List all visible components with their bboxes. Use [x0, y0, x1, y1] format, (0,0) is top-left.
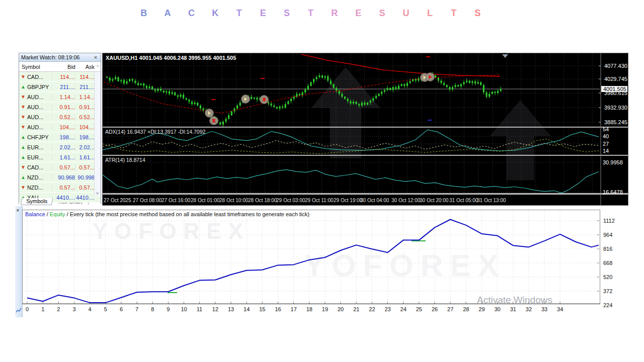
balance-chart-svg[interactable] — [22, 210, 600, 304]
table-row[interactable]: ▲EUR...1.61...1.61... — [19, 152, 101, 162]
time-axis-label: 29 Oct 03:00 — [276, 198, 305, 203]
table-row[interactable]: ▲GBPJPY211....211.... — [19, 82, 101, 92]
symbol-cell: ▼NZD... — [19, 185, 52, 191]
close-icon[interactable]: × — [93, 54, 99, 60]
atr-axis-label: 30.9958 — [603, 159, 623, 165]
ask-cell: 0.57... — [75, 164, 95, 170]
symbol-label: CAD... — [27, 74, 43, 80]
legend-balance: Balance — [25, 211, 45, 217]
balance-x-label: 13 — [228, 306, 234, 312]
balance-x-label: 33 — [541, 306, 547, 312]
tab-symbols[interactable]: Symbols — [21, 198, 53, 205]
title-letter: T — [227, 8, 251, 19]
time-axis-label: 30 Oct 12:00 — [391, 198, 421, 203]
bid-cell: 0.52... — [52, 114, 75, 120]
scroll-down-icon[interactable]: v — [95, 191, 100, 196]
column-header-bid[interactable]: Bid — [53, 64, 75, 70]
time-axis-label: 28 Oct 01:00 — [191, 198, 220, 203]
time-axis: 27 Oct 202527 Oct 08:0027 Oct 16:0028 Oc… — [104, 198, 506, 203]
balance-x-label: 6 — [120, 306, 123, 312]
up-arrow-icon: ▲ — [21, 155, 26, 160]
table-row[interactable]: ▼CAD...114....114.... — [19, 72, 101, 82]
scrollbar[interactable]: v — [94, 72, 101, 196]
up-arrow-icon: ▲ — [21, 175, 26, 180]
up-arrow-icon: ▲ — [21, 145, 26, 150]
price-axis-label: 3885.245 — [604, 119, 627, 125]
table-row[interactable]: ▼NZD...0.57...0.57... — [19, 183, 101, 193]
table-row[interactable]: ▼AUD...1.14...1.14... — [19, 92, 101, 102]
symbol-cell: ▲GBPJPY — [19, 84, 52, 90]
price-chart-panel[interactable]: 4077.4304029.7453980.6153932.9303885.245… — [102, 53, 628, 206]
adx-axis-label: 14 — [603, 148, 609, 154]
adx-label: ADX(14) 16.9437 +DI:13.3917 -DI:14.7092 — [105, 129, 206, 135]
bid-cell: 114.... — [52, 74, 75, 80]
table-row[interactable]: ▲NZD...90.96890.998 — [19, 172, 101, 183]
time-axis-label: 31 Oct 05:00 — [449, 198, 478, 203]
close-icon[interactable]: × — [16, 207, 19, 213]
chart-icon[interactable] — [16, 307, 22, 313]
table-row[interactable]: ▲EUR...2.02...2.02... — [19, 142, 101, 152]
balance-x-label: 21 — [353, 306, 359, 312]
bid-cell: 1.14... — [52, 94, 75, 100]
ask-cell: 4410.... — [75, 195, 95, 201]
ask-cell: 1.14... — [75, 94, 95, 100]
table-row[interactable]: ▼AUD...104....104.... — [19, 122, 101, 132]
market-watch-header: Symbol Bid Ask ^ — [19, 62, 101, 72]
symbol-label: AUD... — [27, 114, 43, 120]
balance-x-label: 14 — [244, 306, 250, 312]
balance-chart-panel: YOFOREX YOFOREX Balance / Equity / Every… — [22, 210, 600, 304]
scroll-up-icon[interactable]: ^ — [95, 64, 101, 69]
bid-cell: 198.... — [52, 134, 75, 140]
symbol-cell: ▼AUD... — [19, 94, 52, 100]
ask-cell: 114.... — [75, 74, 95, 80]
legend-equity: Equity — [50, 211, 65, 217]
symbol-cell: ▼AUD... — [19, 104, 52, 110]
table-row[interactable]: ▼AUD...0.52...0.52... — [19, 112, 101, 122]
table-row[interactable]: ▲CHFJPY198....198.... — [19, 132, 101, 142]
balance-x-label: 12 — [212, 306, 218, 312]
title-letter: E — [251, 8, 275, 19]
legend-method: Every tick (the most precise method base… — [70, 211, 309, 217]
down-arrow-icon: ▼ — [21, 95, 26, 100]
time-axis-label: 30 Oct 04:00 — [360, 198, 389, 203]
balance-grid — [23, 211, 599, 303]
balance-y-label: 520 — [603, 274, 612, 280]
time-axis-label: 31 Oct 13:00 — [477, 198, 506, 203]
balance-x-label: 8 — [151, 306, 154, 312]
up-arrow-icon: ▲ — [21, 84, 26, 89]
title-letter: T — [299, 8, 323, 19]
table-row[interactable]: ▼AUD...0.91...0.91... — [19, 102, 101, 112]
ask-cell: 211.... — [75, 84, 95, 90]
down-arrow-icon: ▼ — [21, 115, 26, 120]
balance-x-label: 23 — [384, 306, 390, 312]
time-axis-label: 28 Oct 10:00 — [219, 198, 249, 203]
symbol-label: CAD... — [27, 164, 43, 170]
title-letter: K — [203, 8, 227, 19]
column-header-symbol[interactable]: Symbol — [19, 64, 53, 70]
price-chart-svg[interactable]: 4077.4304029.7453980.6153932.9303885.245… — [103, 53, 628, 205]
bid-cell: 90.968 — [52, 174, 75, 180]
balance-x-label: 32 — [526, 306, 532, 312]
time-axis-label: 30 Oct 20:00 — [420, 198, 449, 203]
down-arrow-icon: ▼ — [21, 125, 26, 130]
adx-axis-label: 40 — [603, 133, 609, 139]
down-arrow-icon: ▼ — [21, 185, 26, 190]
balance-x-label: 4 — [89, 306, 92, 312]
title-letter: E — [347, 8, 370, 19]
price-axis-label: 4029.745 — [604, 76, 627, 82]
balance-x-label: 19 — [322, 306, 328, 312]
bid-cell: 4410.... — [52, 195, 75, 201]
activate-windows-watermark: Activate Windows — [477, 295, 552, 306]
balance-x-label: 2 — [57, 306, 60, 312]
title-letter: C — [180, 8, 203, 19]
title-letter: S — [370, 8, 394, 19]
balance-y-label: 964 — [603, 232, 612, 238]
table-row[interactable]: ▼CAD...0.57...0.57... — [19, 162, 101, 172]
column-header-ask[interactable]: Ask — [75, 64, 95, 70]
balance-x-label: 22 — [369, 306, 375, 312]
balance-x-label: 30 — [495, 306, 501, 312]
down-arrow-icon: ▼ — [21, 165, 26, 170]
balance-x-label: 7 — [135, 306, 138, 312]
bid-cell: 211.... — [52, 84, 75, 90]
symbol-label: NZD... — [27, 174, 43, 180]
